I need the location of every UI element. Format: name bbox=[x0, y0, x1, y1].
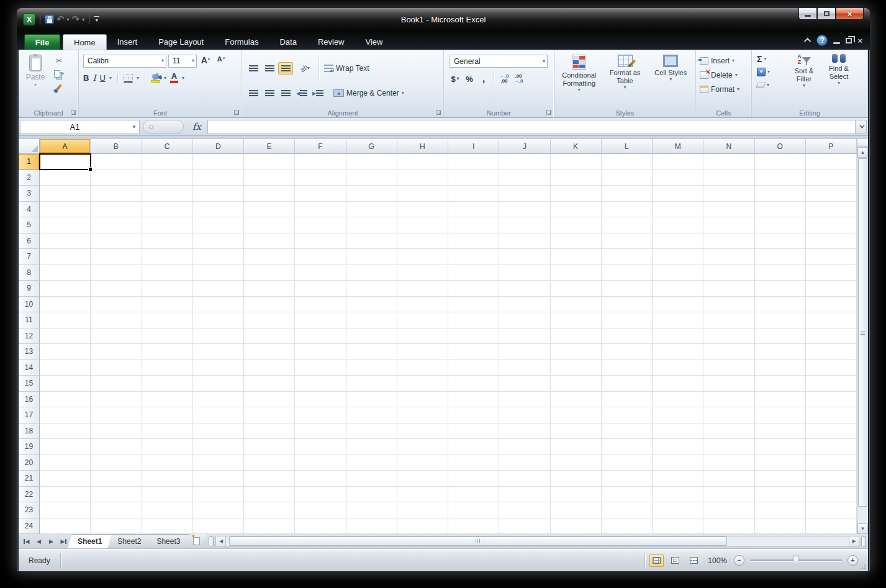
cell-E1[interactable] bbox=[244, 154, 295, 170]
cell-P16[interactable] bbox=[806, 392, 857, 408]
vertical-split-handle[interactable] bbox=[857, 139, 868, 147]
cell-L7[interactable] bbox=[602, 249, 653, 265]
cell-E14[interactable] bbox=[244, 360, 295, 376]
cell-E18[interactable] bbox=[244, 423, 295, 440]
cell-H15[interactable] bbox=[397, 376, 448, 392]
font-dialog-launcher-icon[interactable] bbox=[234, 110, 240, 115]
cell-F1[interactable] bbox=[295, 154, 346, 170]
cell-N5[interactable] bbox=[703, 217, 754, 233]
sheet-tab-sheet1[interactable]: Sheet1 bbox=[68, 534, 112, 548]
decrease-indent-button[interactable]: ◀ bbox=[294, 87, 309, 99]
cell-H14[interactable] bbox=[397, 360, 448, 376]
cell-D14[interactable] bbox=[193, 360, 244, 376]
cell-M8[interactable] bbox=[653, 265, 703, 281]
delete-cells-button[interactable]: Delete▾ bbox=[700, 69, 748, 81]
cell-K13[interactable] bbox=[551, 344, 602, 360]
cell-M9[interactable] bbox=[653, 281, 703, 297]
cell-D18[interactable] bbox=[193, 423, 244, 440]
cell-K12[interactable] bbox=[551, 328, 602, 345]
cell-A16[interactable] bbox=[40, 392, 91, 408]
cell-I1[interactable] bbox=[448, 154, 499, 170]
middle-align-button[interactable] bbox=[262, 62, 277, 75]
vertical-scroll-thumb[interactable] bbox=[858, 158, 867, 507]
page-break-view-button[interactable] bbox=[687, 554, 701, 567]
cell-K22[interactable] bbox=[551, 487, 602, 503]
orientation-button[interactable]: ab▾ bbox=[294, 62, 315, 75]
cell-F10[interactable] bbox=[295, 297, 346, 313]
increase-decimal-button[interactable]: ←.0.00 bbox=[498, 73, 510, 85]
cell-H6[interactable] bbox=[397, 233, 448, 250]
cell-B2[interactable] bbox=[91, 170, 142, 186]
cell-B23[interactable] bbox=[91, 502, 142, 518]
align-right-button[interactable] bbox=[278, 87, 293, 99]
cell-H18[interactable] bbox=[397, 423, 448, 440]
cell-E3[interactable] bbox=[244, 186, 295, 202]
zoom-level[interactable]: 100% bbox=[708, 556, 727, 565]
cell-O2[interactable] bbox=[755, 170, 806, 186]
cell-D3[interactable] bbox=[193, 186, 244, 202]
help-icon[interactable]: ? bbox=[816, 35, 828, 46]
cell-I23[interactable] bbox=[448, 502, 499, 518]
cell-E21[interactable] bbox=[244, 471, 295, 487]
cell-I8[interactable] bbox=[448, 265, 499, 281]
wrap-text-button[interactable]: Wrap Text bbox=[322, 62, 371, 75]
cell-M24[interactable] bbox=[653, 518, 703, 535]
scroll-up-button[interactable]: ▲ bbox=[857, 147, 868, 158]
cell-P19[interactable] bbox=[806, 439, 857, 455]
cell-K14[interactable] bbox=[551, 360, 602, 376]
cell-L9[interactable] bbox=[602, 281, 653, 297]
minimize-ribbon-icon[interactable] bbox=[804, 38, 811, 45]
cell-G9[interactable] bbox=[346, 281, 397, 297]
cell-J9[interactable] bbox=[499, 281, 550, 297]
cell-L22[interactable] bbox=[602, 487, 653, 503]
formula-input[interactable] bbox=[207, 120, 855, 134]
cell-H2[interactable] bbox=[397, 170, 448, 186]
last-sheet-button[interactable]: ▶ bbox=[58, 536, 70, 547]
cell-M22[interactable] bbox=[653, 487, 703, 503]
workbook-restore-icon[interactable] bbox=[846, 38, 852, 43]
column-header-P[interactable]: P bbox=[806, 139, 857, 154]
cell-B24[interactable] bbox=[91, 518, 142, 535]
save-icon[interactable] bbox=[45, 15, 54, 24]
cell-B11[interactable] bbox=[91, 312, 142, 328]
cell-C14[interactable] bbox=[142, 360, 193, 376]
cell-A10[interactable] bbox=[40, 297, 91, 313]
cell-P11[interactable] bbox=[806, 312, 857, 328]
cell-E4[interactable] bbox=[244, 202, 295, 218]
cell-K16[interactable] bbox=[551, 392, 602, 408]
cell-C2[interactable] bbox=[142, 170, 193, 186]
customize-quick-access-icon[interactable]: ▾ bbox=[94, 16, 99, 23]
cell-B6[interactable] bbox=[91, 233, 142, 250]
cell-H13[interactable] bbox=[397, 344, 448, 360]
cell-L1[interactable] bbox=[602, 154, 653, 170]
cell-G5[interactable] bbox=[346, 217, 397, 233]
cell-B12[interactable] bbox=[91, 328, 142, 345]
cell-O24[interactable] bbox=[755, 518, 806, 535]
cell-O11[interactable] bbox=[755, 312, 806, 328]
cell-F13[interactable] bbox=[295, 344, 346, 360]
cell-I17[interactable] bbox=[448, 407, 499, 423]
percent-button[interactable]: % bbox=[463, 73, 476, 85]
cell-G6[interactable] bbox=[346, 233, 397, 250]
cell-M19[interactable] bbox=[653, 439, 703, 455]
row-header-20[interactable]: 20 bbox=[19, 455, 40, 471]
alignment-dialog-launcher-icon[interactable] bbox=[436, 110, 441, 115]
cell-O15[interactable] bbox=[755, 376, 806, 392]
cell-G3[interactable] bbox=[346, 186, 397, 202]
cell-D5[interactable] bbox=[193, 217, 244, 233]
cell-L23[interactable] bbox=[602, 502, 653, 518]
cell-F16[interactable] bbox=[295, 392, 346, 408]
cell-G23[interactable] bbox=[346, 502, 397, 518]
cell-P15[interactable] bbox=[806, 376, 857, 392]
cell-M2[interactable] bbox=[653, 170, 703, 186]
paste-caret[interactable]: ▾ bbox=[34, 83, 37, 88]
column-header-F[interactable]: F bbox=[295, 139, 346, 154]
cell-H8[interactable] bbox=[397, 265, 448, 281]
cell-E12[interactable] bbox=[244, 328, 295, 345]
row-header-18[interactable]: 18 bbox=[19, 423, 40, 440]
tab-file[interactable]: File bbox=[24, 34, 60, 50]
row-header-7[interactable]: 7 bbox=[19, 249, 40, 265]
tab-view[interactable]: View bbox=[355, 34, 394, 50]
cell-L11[interactable] bbox=[602, 312, 653, 328]
cell-D21[interactable] bbox=[193, 471, 244, 487]
